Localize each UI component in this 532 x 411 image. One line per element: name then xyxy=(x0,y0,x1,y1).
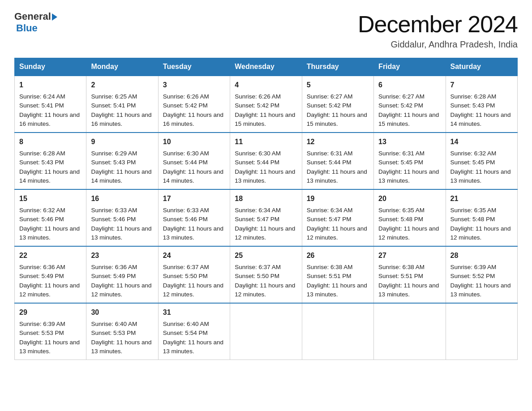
sunrise-label: Sunrise: 6:25 AM xyxy=(91,93,137,100)
sunrise-label: Sunrise: 6:35 AM xyxy=(450,207,497,214)
day-number: 5 xyxy=(307,80,369,90)
page-subtitle: Giddalur, Andhra Pradesh, India xyxy=(358,39,518,50)
day-number: 28 xyxy=(450,250,513,261)
sunrise-label: Sunrise: 6:27 AM xyxy=(307,93,353,100)
sunset-label: Sunset: 5:43 PM xyxy=(19,159,64,166)
daylight-label: Daylight: 11 hours and 15 minutes. xyxy=(378,111,439,127)
header: General Blue December 2024 Giddalur, And… xyxy=(14,11,518,50)
sunrise-label: Sunrise: 6:40 AM xyxy=(163,321,209,327)
calendar-cell: 24Sunrise: 6:37 AMSunset: 5:50 PMDayligh… xyxy=(158,246,230,303)
sunset-label: Sunset: 5:42 PM xyxy=(235,102,279,109)
daylight-label: Daylight: 11 hours and 14 minutes. xyxy=(19,168,80,184)
daylight-label: Daylight: 11 hours and 13 minutes. xyxy=(378,282,439,298)
daylight-label: Daylight: 11 hours and 14 minutes. xyxy=(91,168,151,184)
calendar-cell: 21Sunrise: 6:35 AMSunset: 5:48 PMDayligh… xyxy=(446,189,517,246)
sunset-label: Sunset: 5:49 PM xyxy=(19,273,64,279)
calendar-week-row: 22Sunrise: 6:36 AMSunset: 5:49 PMDayligh… xyxy=(15,246,518,303)
calendar-cell: 1Sunrise: 6:24 AMSunset: 5:41 PMDaylight… xyxy=(15,76,86,133)
calendar-cell: 13Sunrise: 6:31 AMSunset: 5:45 PMDayligh… xyxy=(374,133,446,189)
sunset-label: Sunset: 5:52 PM xyxy=(450,273,495,279)
day-number: 12 xyxy=(307,137,369,147)
sunrise-label: Sunrise: 6:34 AM xyxy=(307,207,353,214)
day-number: 6 xyxy=(378,80,441,90)
day-number: 24 xyxy=(163,250,225,261)
day-number: 17 xyxy=(163,193,225,204)
daylight-label: Daylight: 11 hours and 13 minutes. xyxy=(378,168,439,184)
calendar-cell: 9Sunrise: 6:29 AMSunset: 5:43 PMDaylight… xyxy=(86,133,158,189)
sunrise-label: Sunrise: 6:30 AM xyxy=(163,150,209,157)
day-number: 22 xyxy=(19,250,82,261)
day-number: 10 xyxy=(163,137,225,147)
daylight-label: Daylight: 11 hours and 12 minutes. xyxy=(235,282,295,298)
sunset-label: Sunset: 5:44 PM xyxy=(235,159,279,166)
calendar-cell: 4Sunrise: 6:26 AMSunset: 5:42 PMDaylight… xyxy=(230,76,302,133)
calendar-cell: 20Sunrise: 6:35 AMSunset: 5:48 PMDayligh… xyxy=(374,189,446,246)
sunset-label: Sunset: 5:44 PM xyxy=(307,159,352,166)
calendar-cell: 19Sunrise: 6:34 AMSunset: 5:47 PMDayligh… xyxy=(302,189,373,246)
sunset-label: Sunset: 5:51 PM xyxy=(307,273,352,279)
sunset-label: Sunset: 5:51 PM xyxy=(378,273,423,279)
day-number: 11 xyxy=(235,137,297,147)
daylight-label: Daylight: 11 hours and 13 minutes. xyxy=(19,339,80,355)
day-number: 7 xyxy=(450,80,513,90)
daylight-label: Daylight: 11 hours and 12 minutes. xyxy=(235,225,295,241)
calendar-header-saturday: Saturday xyxy=(446,58,517,76)
calendar-cell: 10Sunrise: 6:30 AMSunset: 5:44 PMDayligh… xyxy=(158,133,230,189)
day-number: 3 xyxy=(163,80,225,90)
daylight-label: Daylight: 11 hours and 12 minutes. xyxy=(19,282,80,298)
logo-arrow-icon xyxy=(52,13,57,21)
day-number: 13 xyxy=(378,137,441,147)
daylight-label: Daylight: 11 hours and 13 minutes. xyxy=(307,168,367,184)
sunrise-label: Sunrise: 6:32 AM xyxy=(19,207,65,214)
day-number: 26 xyxy=(307,250,369,261)
calendar-cell: 28Sunrise: 6:39 AMSunset: 5:52 PMDayligh… xyxy=(446,246,517,303)
calendar-week-row: 29Sunrise: 6:39 AMSunset: 5:53 PMDayligh… xyxy=(15,303,518,360)
daylight-label: Daylight: 11 hours and 14 minutes. xyxy=(163,168,223,184)
calendar-week-row: 8Sunrise: 6:28 AMSunset: 5:43 PMDaylight… xyxy=(15,133,518,189)
sunset-label: Sunset: 5:44 PM xyxy=(163,159,208,166)
sunset-label: Sunset: 5:48 PM xyxy=(378,216,423,223)
sunrise-label: Sunrise: 6:40 AM xyxy=(91,321,137,327)
calendar-cell: 26Sunrise: 6:38 AMSunset: 5:51 PMDayligh… xyxy=(302,246,373,303)
day-number: 30 xyxy=(91,307,153,318)
sunrise-label: Sunrise: 6:26 AM xyxy=(235,93,281,100)
sunrise-label: Sunrise: 6:37 AM xyxy=(235,264,281,270)
calendar-cell: 22Sunrise: 6:36 AMSunset: 5:49 PMDayligh… xyxy=(15,246,86,303)
daylight-label: Daylight: 11 hours and 12 minutes. xyxy=(307,225,367,241)
calendar-cell: 29Sunrise: 6:39 AMSunset: 5:53 PMDayligh… xyxy=(15,303,86,360)
calendar-cell: 30Sunrise: 6:40 AMSunset: 5:53 PMDayligh… xyxy=(86,303,158,360)
sunset-label: Sunset: 5:47 PM xyxy=(235,216,279,223)
calendar-header-sunday: Sunday xyxy=(15,58,86,76)
sunrise-label: Sunrise: 6:33 AM xyxy=(163,207,209,214)
calendar-header-friday: Friday xyxy=(374,58,446,76)
sunrise-label: Sunrise: 6:38 AM xyxy=(307,264,353,270)
day-number: 9 xyxy=(91,137,153,147)
daylight-label: Daylight: 11 hours and 13 minutes. xyxy=(163,225,223,241)
page-title: December 2024 xyxy=(358,11,518,38)
day-number: 27 xyxy=(378,250,441,261)
calendar-week-row: 15Sunrise: 6:32 AMSunset: 5:46 PMDayligh… xyxy=(15,189,518,246)
sunrise-label: Sunrise: 6:36 AM xyxy=(19,264,65,270)
sunset-label: Sunset: 5:45 PM xyxy=(450,159,495,166)
calendar-cell: 11Sunrise: 6:30 AMSunset: 5:44 PMDayligh… xyxy=(230,133,302,189)
sunrise-label: Sunrise: 6:32 AM xyxy=(450,150,497,157)
day-number: 4 xyxy=(235,80,297,90)
day-number: 2 xyxy=(91,80,153,90)
calendar-cell: 2Sunrise: 6:25 AMSunset: 5:41 PMDaylight… xyxy=(86,76,158,133)
daylight-label: Daylight: 11 hours and 13 minutes. xyxy=(450,282,511,298)
calendar-header-monday: Monday xyxy=(86,58,158,76)
calendar-week-row: 1Sunrise: 6:24 AMSunset: 5:41 PMDaylight… xyxy=(15,76,518,133)
calendar-cell xyxy=(374,303,446,360)
sunrise-label: Sunrise: 6:27 AM xyxy=(378,93,425,100)
calendar-cell: 25Sunrise: 6:37 AMSunset: 5:50 PMDayligh… xyxy=(230,246,302,303)
daylight-label: Daylight: 11 hours and 15 minutes. xyxy=(307,111,367,127)
calendar-cell: 16Sunrise: 6:33 AMSunset: 5:46 PMDayligh… xyxy=(86,189,158,246)
day-number: 18 xyxy=(235,193,297,204)
sunset-label: Sunset: 5:46 PM xyxy=(19,216,64,223)
calendar-cell xyxy=(230,303,302,360)
sunrise-label: Sunrise: 6:39 AM xyxy=(19,321,65,327)
calendar-cell: 23Sunrise: 6:36 AMSunset: 5:49 PMDayligh… xyxy=(86,246,158,303)
sunset-label: Sunset: 5:45 PM xyxy=(378,159,423,166)
sunset-label: Sunset: 5:42 PM xyxy=(378,102,423,109)
calendar-cell: 27Sunrise: 6:38 AMSunset: 5:51 PMDayligh… xyxy=(374,246,446,303)
